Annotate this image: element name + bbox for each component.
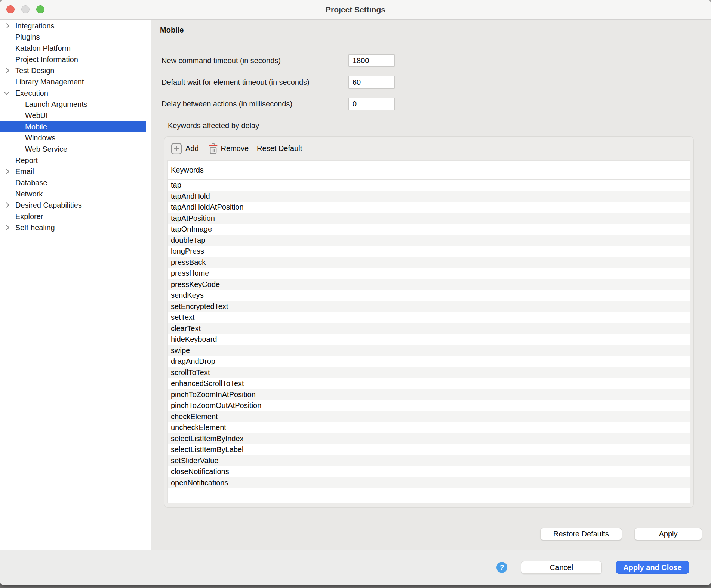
- sidebar-item-report[interactable]: Report: [0, 155, 146, 166]
- sidebar-item-desired-capabilities[interactable]: Desired Capabilities: [0, 199, 146, 211]
- close-window-icon[interactable]: [6, 5, 15, 13]
- zoom-window-icon[interactable]: [36, 5, 44, 13]
- sidebar-item-web-service[interactable]: Web Service: [0, 143, 146, 155]
- table-row[interactable]: setSliderValue: [168, 455, 690, 467]
- sidebar-item-label: Desired Capabilities: [15, 201, 82, 210]
- reset-default-button[interactable]: Reset Default: [257, 144, 302, 153]
- pane-actions: Restore Defaults Apply: [540, 528, 702, 540]
- add-keyword-button[interactable]: Add: [171, 143, 199, 154]
- sidebar-item-project-information[interactable]: Project Information: [0, 54, 146, 65]
- table-row[interactable]: swipe: [168, 345, 690, 356]
- form-row: New command timeout (in seconds): [161, 54, 711, 67]
- sidebar-item-label: Explorer: [15, 212, 43, 221]
- sidebar-item-label: Integrations: [15, 22, 55, 30]
- keyword-cell: pinchToZoomInAtPosition: [171, 390, 256, 399]
- sidebar-item-email[interactable]: Email: [0, 166, 146, 177]
- table-row[interactable]: clearText: [168, 323, 690, 334]
- keyword-cell: scrollToText: [171, 368, 210, 377]
- chevron-icon[interactable]: [4, 26, 9, 30]
- keyword-cell: closeNotifications: [171, 467, 229, 476]
- apply-button[interactable]: Apply: [634, 528, 702, 540]
- sidebar-item-self-healing[interactable]: Self-healing: [0, 222, 146, 233]
- table-row[interactable]: selectListItemByLabel: [168, 444, 690, 455]
- dialog-footer: ? Cancel Apply and Close: [0, 550, 711, 585]
- footer-actions: Cancel Apply and Close: [521, 561, 689, 574]
- sidebar-item-plugins[interactable]: Plugins: [0, 31, 146, 43]
- sidebar-item-mobile[interactable]: Mobile: [0, 121, 146, 132]
- sidebar-item-label: Katalon Platform: [15, 44, 71, 53]
- apply-and-close-button[interactable]: Apply and Close: [616, 561, 689, 574]
- keyword-cell: openNotifications: [171, 479, 228, 487]
- keyword-cell: enhancedScrollToText: [171, 379, 244, 388]
- keyword-cell: selectListItemByIndex: [171, 434, 244, 443]
- traffic-lights: [6, 5, 44, 13]
- keyword-cell: clearText: [171, 324, 201, 333]
- delay-between-actions-input[interactable]: [348, 98, 395, 110]
- chevron-icon[interactable]: [4, 205, 9, 210]
- sidebar-item-webui[interactable]: WebUI: [0, 110, 146, 121]
- reset-default-label: Reset Default: [257, 144, 302, 153]
- table-row[interactable]: tapAtPosition: [168, 213, 690, 224]
- chevron-icon[interactable]: [4, 93, 9, 98]
- table-row[interactable]: tapAndHoldAtPosition: [168, 202, 690, 213]
- mobile-settings-pane: Mobile New command timeout (in seconds) …: [151, 20, 711, 550]
- table-row[interactable]: hideKeyboard: [168, 334, 690, 345]
- table-row[interactable]: pressHome: [168, 268, 690, 279]
- table-row[interactable]: selectListItemByIndex: [168, 433, 690, 445]
- table-row[interactable]: tap: [168, 180, 690, 191]
- chevron-icon[interactable]: [4, 171, 9, 176]
- table-row[interactable]: tapAndHold: [168, 191, 690, 202]
- table-row[interactable]: tapOnImage: [168, 224, 690, 235]
- table-row[interactable]: pinchToZoomInAtPosition: [168, 389, 690, 400]
- help-icon[interactable]: ?: [496, 562, 507, 573]
- delay-between-actions-label: Delay between actions (in milliseconds): [161, 100, 348, 108]
- sidebar-item-label: Email: [15, 167, 34, 176]
- table-row[interactable]: pressBack: [168, 257, 690, 268]
- table-row[interactable]: pinchToZoomOutAtPosition: [168, 400, 690, 411]
- sidebar-item-windows[interactable]: Windows: [0, 132, 146, 143]
- sidebar-item-label: Plugins: [15, 33, 40, 41]
- keywords-affected-label: Keywords affected by delay: [168, 121, 711, 130]
- sidebar-item-launch-arguments[interactable]: Launch Arguments: [0, 99, 146, 110]
- sidebar-item-label: Network: [15, 190, 43, 198]
- table-row[interactable]: pressKeyCode: [168, 279, 690, 290]
- keyword-cell: tapAndHoldAtPosition: [171, 203, 244, 211]
- table-row[interactable]: doubleTap: [168, 235, 690, 246]
- cancel-button[interactable]: Cancel: [521, 561, 602, 574]
- table-row[interactable]: longPress: [168, 246, 690, 257]
- new-command-timeout-input[interactable]: [348, 54, 395, 67]
- sidebar-item-label: Launch Arguments: [25, 100, 87, 109]
- sidebar-item-label: WebUI: [25, 111, 48, 120]
- remove-keyword-button[interactable]: Remove: [209, 143, 249, 154]
- sidebar-item-integrations[interactable]: Integrations: [0, 20, 146, 31]
- minimize-window-icon: [21, 5, 30, 13]
- sidebar-item-label: Library Management: [15, 78, 84, 86]
- keyword-cell: tapAtPosition: [171, 214, 215, 223]
- keywords-toolbar: Add: [164, 137, 693, 160]
- sidebar-item-explorer[interactable]: Explorer: [0, 211, 146, 222]
- chevron-icon[interactable]: [4, 228, 9, 232]
- table-row[interactable]: scrollToText: [168, 367, 690, 378]
- table-row[interactable]: setEncryptedText: [168, 301, 690, 312]
- default-wait-timeout-input[interactable]: [348, 76, 395, 89]
- table-row[interactable]: uncheckElement: [168, 422, 690, 433]
- table-row[interactable]: enhancedScrollToText: [168, 378, 690, 389]
- sidebar-item-database[interactable]: Database: [0, 177, 146, 188]
- keyword-cell: setEncryptedText: [171, 302, 228, 311]
- keyword-cell: checkElement: [171, 412, 218, 421]
- table-row[interactable]: setText: [168, 312, 690, 323]
- restore-defaults-button[interactable]: Restore Defaults: [540, 528, 622, 540]
- chevron-icon[interactable]: [4, 71, 9, 75]
- sidebar-item-network[interactable]: Network: [0, 188, 146, 199]
- table-row[interactable]: closeNotifications: [168, 466, 690, 477]
- sidebar-item-library-management[interactable]: Library Management: [0, 76, 146, 87]
- add-button-label: Add: [185, 144, 199, 153]
- table-row[interactable]: checkElement: [168, 411, 690, 423]
- table-row[interactable]: sendKeys: [168, 290, 690, 301]
- sidebar-item-test-design[interactable]: Test Design: [0, 65, 146, 76]
- sidebar-item-execution[interactable]: Execution: [0, 87, 146, 99]
- sidebar-item-katalon-platform[interactable]: Katalon Platform: [0, 43, 146, 54]
- table-row[interactable]: openNotifications: [168, 477, 690, 489]
- sidebar-item-label: Web Service: [25, 145, 67, 154]
- table-row[interactable]: dragAndDrop: [168, 356, 690, 367]
